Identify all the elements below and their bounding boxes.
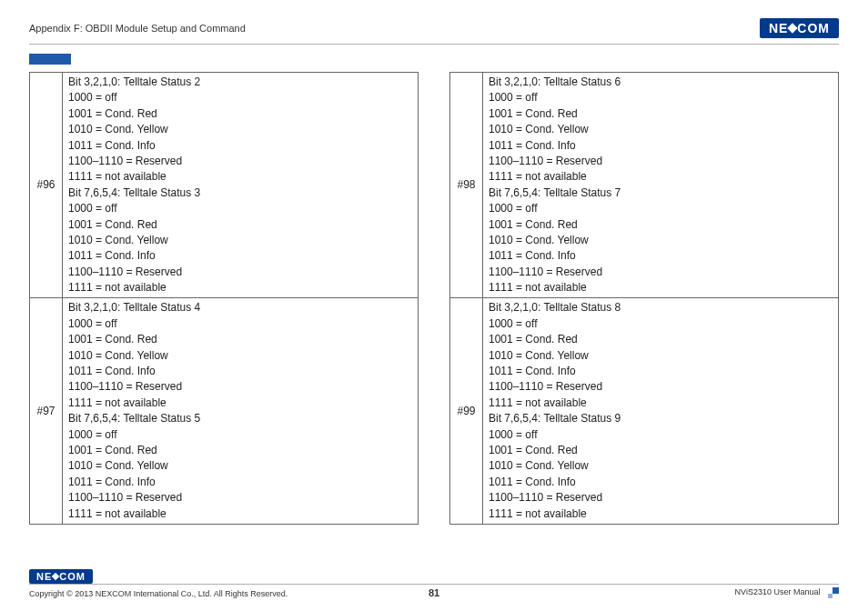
left-column: #96 Bit 3,2,1,0: Telltale Status 2 1000 … (29, 72, 419, 525)
row-index: #99 (450, 298, 483, 524)
table-row: #98 Bit 3,2,1,0: Telltale Status 6 1000 … (450, 73, 839, 298)
right-column: #98 Bit 3,2,1,0: Telltale Status 6 1000 … (449, 72, 839, 525)
row-body: Bit 3,2,1,0: Telltale Status 6 1000 = of… (483, 73, 839, 298)
row-index: #96 (30, 73, 63, 298)
page-number: 81 (29, 587, 839, 598)
page-header: Appendix F: OBDII Module Setup and Comma… (29, 16, 839, 40)
footer-bar: Copyright © 2013 NEXCOM International Co… (29, 584, 839, 598)
content-columns: #96 Bit 3,2,1,0: Telltale Status 2 1000 … (29, 72, 839, 525)
table-row: #96 Bit 3,2,1,0: Telltale Status 2 1000 … (30, 73, 419, 298)
telltale-table-left: #96 Bit 3,2,1,0: Telltale Status 2 1000 … (29, 72, 419, 525)
row-body: Bit 3,2,1,0: Telltale Status 4 1000 = of… (63, 298, 419, 524)
table-row: #99 Bit 3,2,1,0: Telltale Status 8 1000 … (450, 298, 839, 524)
row-body: Bit 3,2,1,0: Telltale Status 8 1000 = of… (483, 298, 839, 524)
accent-bar (29, 54, 71, 65)
nexcom-logo: NE COM (760, 18, 839, 38)
footer-logo-text-left: NE (36, 571, 52, 582)
row-index: #98 (450, 73, 483, 298)
logo-text-right: COM (797, 21, 830, 35)
footer-decoration-icon (828, 587, 839, 598)
logo-text-left: NE (769, 21, 788, 35)
footer-logo-text-right: COM (59, 571, 86, 582)
page: Appendix F: OBDII Module Setup and Comma… (0, 0, 868, 611)
header-title: Appendix F: OBDII Module Setup and Comma… (29, 23, 246, 34)
header-divider (29, 44, 839, 45)
footer-nexcom-logo: NE COM (29, 569, 93, 584)
row-body: Bit 3,2,1,0: Telltale Status 2 1000 = of… (63, 73, 419, 298)
telltale-table-right: #98 Bit 3,2,1,0: Telltale Status 6 1000 … (449, 72, 839, 525)
logo-square-icon (788, 23, 798, 33)
table-row: #97 Bit 3,2,1,0: Telltale Status 4 1000 … (30, 298, 419, 524)
page-footer: NE COM Copyright © 2013 NEXCOM Internati… (29, 567, 839, 598)
footer-logo-square-icon (52, 573, 59, 580)
row-index: #97 (30, 298, 63, 524)
